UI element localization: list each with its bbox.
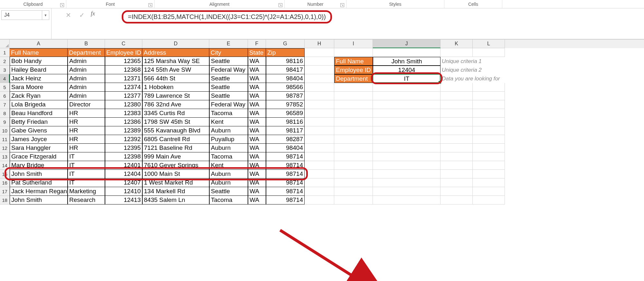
cell-empty[interactable]: [440, 118, 473, 126]
row-header-17[interactable]: 17: [0, 187, 10, 196]
cell-fullname[interactable]: Lola Brigeda: [10, 100, 68, 109]
cell-state[interactable]: WA: [248, 66, 266, 74]
cell-empty[interactable]: [334, 48, 373, 57]
table-header-full-name[interactable]: Full Name: [10, 48, 68, 57]
cell-empty[interactable]: [334, 144, 373, 152]
cell-fullname[interactable]: Mary Bridge: [10, 161, 68, 170]
cell-zip[interactable]: 98714: [266, 161, 305, 170]
cell-empty[interactable]: [440, 161, 473, 170]
cell-city[interactable]: Auburn: [209, 126, 248, 135]
cell-empty[interactable]: [373, 92, 440, 100]
cell-employee-id[interactable]: 12395: [105, 144, 142, 152]
cell-empty[interactable]: [373, 161, 440, 170]
cell-empty[interactable]: [473, 178, 505, 187]
cell-address[interactable]: 1798 SW 45th St: [142, 118, 209, 126]
cell-employee-id[interactable]: 12392: [105, 135, 142, 144]
cell-empty[interactable]: [440, 126, 473, 135]
dialog-launcher-icon[interactable]: ↘: [340, 3, 344, 7]
cell-empty[interactable]: [305, 57, 334, 66]
cell-fullname[interactable]: Bob Handy: [10, 57, 68, 66]
column-header-F[interactable]: F: [248, 40, 266, 48]
cell-zip[interactable]: 98417: [266, 66, 305, 74]
cell-address[interactable]: 124 55th Ave SW: [142, 66, 209, 74]
cell-state[interactable]: WA: [248, 109, 266, 118]
table-header-address[interactable]: Address: [142, 48, 209, 57]
cell-empty[interactable]: [440, 178, 473, 187]
cell-zip[interactable]: 98714: [266, 170, 305, 178]
cell-fullname[interactable]: Sara Hanggler: [10, 144, 68, 152]
dialog-launcher-icon[interactable]: ↘: [60, 3, 64, 7]
cell-empty[interactable]: [473, 135, 505, 144]
row-header-1[interactable]: 1: [0, 48, 10, 57]
row-header-12[interactable]: 12: [0, 144, 10, 152]
cell-state[interactable]: WA: [248, 57, 266, 66]
column-header-A[interactable]: A: [10, 40, 68, 48]
cell-address[interactable]: 1 West Market Rd: [142, 178, 209, 187]
cell-fullname[interactable]: Jack Heinz: [10, 74, 68, 83]
cell-zip[interactable]: 98714: [266, 152, 305, 161]
cell-empty[interactable]: [473, 187, 505, 196]
cell-empty[interactable]: [373, 126, 440, 135]
cell-state[interactable]: WA: [248, 187, 266, 196]
column-header-I[interactable]: I: [334, 40, 373, 48]
cell-empty[interactable]: [373, 187, 440, 196]
cell-empty[interactable]: [305, 135, 334, 144]
cell-empty[interactable]: [440, 92, 473, 100]
cell-address[interactable]: 7121 Baseline Rd: [142, 144, 209, 152]
cell-city[interactable]: Tacoma: [209, 196, 248, 204]
cell-state[interactable]: WA: [248, 170, 266, 178]
lookup-label-2[interactable]: Department: [334, 74, 373, 83]
cell-empty[interactable]: [305, 48, 334, 57]
cell-empty[interactable]: [305, 100, 334, 109]
cell-employee-id[interactable]: 12380: [105, 100, 142, 109]
cell-employee-id[interactable]: 12383: [105, 109, 142, 118]
cell-empty[interactable]: [334, 178, 373, 187]
cell-employee-id[interactable]: 12413: [105, 196, 142, 204]
cell-city[interactable]: Seattle: [209, 83, 248, 92]
row-header-3[interactable]: 3: [0, 66, 10, 74]
cell-zip[interactable]: 96589: [266, 109, 305, 118]
cell-state[interactable]: WA: [248, 74, 266, 83]
cell-department[interactable]: IT: [68, 152, 105, 161]
cell-zip[interactable]: 98287: [266, 135, 305, 144]
cell-zip[interactable]: 98117: [266, 126, 305, 135]
row-header-2[interactable]: 2: [0, 57, 10, 66]
cell-empty[interactable]: [473, 83, 505, 92]
cell-fullname[interactable]: John Smith: [10, 196, 68, 204]
cell-employee-id[interactable]: 12377: [105, 92, 142, 100]
cell-fullname[interactable]: Hailey Beard: [10, 66, 68, 74]
cell-empty[interactable]: [473, 196, 505, 204]
cell-zip[interactable]: 98404: [266, 74, 305, 83]
column-header-C[interactable]: C: [105, 40, 142, 48]
cell-zip[interactable]: 97852: [266, 100, 305, 109]
cell-fullname[interactable]: Grace Fitzgerald: [10, 152, 68, 161]
cell-empty[interactable]: [373, 118, 440, 126]
cell-empty[interactable]: [473, 170, 505, 178]
row-header-5[interactable]: 5: [0, 83, 10, 92]
cell-department[interactable]: Admin: [68, 57, 105, 66]
cell-address[interactable]: 1 Hoboken: [142, 83, 209, 92]
cell-fullname[interactable]: Pat Sutherland: [10, 178, 68, 187]
cell-fullname[interactable]: Betty Friedan: [10, 118, 68, 126]
cell-zip[interactable]: 98404: [266, 144, 305, 152]
cell-department[interactable]: Research: [68, 196, 105, 204]
fx-icon[interactable]: fx: [91, 10, 98, 17]
cell-empty[interactable]: [334, 161, 373, 170]
row-header-15[interactable]: 15: [0, 170, 10, 178]
ribbon-group-number[interactable]: Number ↘: [285, 0, 346, 8]
cell-employee-id[interactable]: 12401: [105, 161, 142, 170]
cell-address[interactable]: 3345 Curtis Rd: [142, 109, 209, 118]
cell-empty[interactable]: [305, 187, 334, 196]
cell-empty[interactable]: [473, 152, 505, 161]
cell-empty[interactable]: [373, 109, 440, 118]
cell-state[interactable]: WA: [248, 92, 266, 100]
cell-empty[interactable]: [334, 170, 373, 178]
row-header-6[interactable]: 6: [0, 92, 10, 100]
cell-empty[interactable]: [440, 170, 473, 178]
cell-fullname[interactable]: James Joyce: [10, 135, 68, 144]
cell-fullname[interactable]: Sara Moore: [10, 83, 68, 92]
cell-address[interactable]: 555 Kavanaugh Blvd: [142, 126, 209, 135]
cell-empty[interactable]: [334, 100, 373, 109]
cell-city[interactable]: Auburn: [209, 178, 248, 187]
table-header-state[interactable]: State: [248, 48, 266, 57]
